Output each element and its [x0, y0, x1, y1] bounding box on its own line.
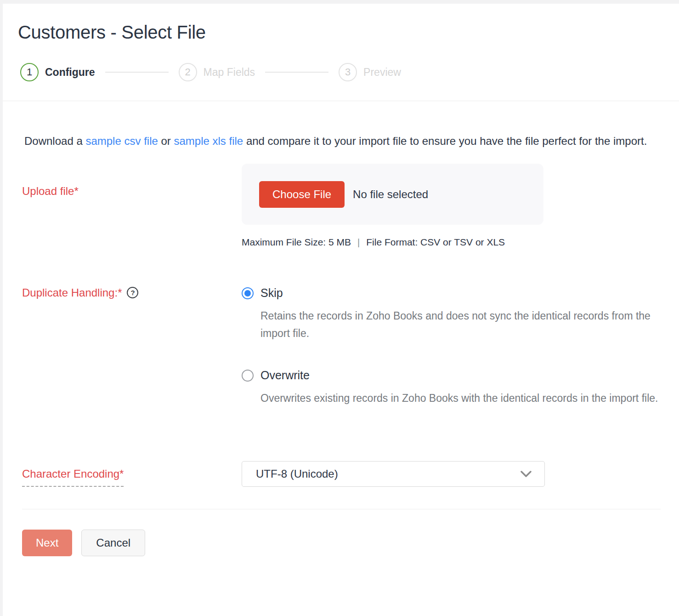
cancel-button[interactable]: Cancel — [81, 530, 145, 556]
next-button[interactable]: Next — [22, 530, 72, 556]
upload-file-label: Upload file* — [22, 164, 242, 248]
wizard-stepper: 1 Configure 2 Map Fields 3 Preview — [20, 63, 661, 101]
upload-file-control: Choose File No file selected Maximum Fil… — [242, 164, 679, 248]
help-icon[interactable]: ? — [127, 287, 138, 298]
step-configure: 1 Configure — [20, 63, 95, 81]
duplicate-handling-label-wrap: Duplicate Handling:* ? — [22, 286, 242, 407]
wizard-header: Customers - Select File 1 Configure 2 Ma… — [3, 4, 679, 101]
max-file-size-text: Maximum File Size: 5 MB — [242, 237, 351, 248]
step-preview: 3 Preview — [339, 63, 401, 81]
hint-text: and compare it to your import file to en… — [243, 135, 647, 147]
skip-radio-row[interactable]: Skip — [242, 286, 679, 300]
import-wizard-page: Customers - Select File 1 Configure 2 Ma… — [3, 4, 679, 616]
chevron-down-icon — [521, 471, 532, 478]
step-3-circle: 3 — [339, 63, 357, 81]
footer-actions: Next Cancel — [3, 509, 679, 556]
option-overwrite: Overwrite Overwrites existing records in… — [242, 369, 679, 407]
page-title: Customers - Select File — [18, 22, 661, 43]
skip-radio-label[interactable]: Skip — [260, 286, 283, 300]
no-file-selected-text: No file selected — [353, 188, 428, 201]
sample-xls-link[interactable]: sample xls file — [174, 135, 243, 147]
sample-csv-link[interactable]: sample csv file — [85, 135, 158, 147]
upload-file-row: Upload file* Choose File No file selecte… — [3, 164, 679, 248]
step-1-label: Configure — [45, 66, 95, 79]
encoding-selected-value: UTF-8 (Unicode) — [256, 468, 338, 480]
step-2-circle: 2 — [179, 63, 197, 81]
stepper-connector — [105, 72, 169, 73]
separator: | — [357, 237, 360, 248]
sample-file-hint: Download a sample csv file or sample xls… — [24, 131, 658, 151]
duplicate-handling-label: Duplicate Handling:* — [22, 286, 122, 299]
step-map-fields: 2 Map Fields — [179, 63, 255, 81]
file-dropzone: Choose File No file selected — [242, 164, 543, 225]
radio-dot — [244, 290, 251, 297]
character-encoding-label: Character Encoding* — [22, 461, 124, 487]
overwrite-radio-row[interactable]: Overwrite — [242, 369, 679, 382]
choose-file-button[interactable]: Choose File — [259, 181, 345, 208]
radio-unselected-icon[interactable] — [242, 370, 254, 382]
step-1-circle: 1 — [20, 63, 39, 81]
step-2-label: Map Fields — [204, 66, 255, 79]
duplicate-handling-row: Duplicate Handling:* ? Skip Retains the … — [3, 286, 679, 407]
skip-description: Retains the records in Zoho Books and do… — [260, 307, 660, 342]
character-encoding-row: Character Encoding* UTF-8 (Unicode) — [3, 461, 679, 487]
option-skip: Skip Retains the records in Zoho Books a… — [242, 286, 679, 342]
encoding-select[interactable]: UTF-8 (Unicode) — [242, 461, 545, 487]
overwrite-description: Overwrites existing records in Zoho Book… — [260, 389, 660, 407]
character-encoding-label-wrap: Character Encoding* — [22, 461, 242, 487]
overwrite-radio-label[interactable]: Overwrite — [260, 369, 310, 382]
hint-text: or — [158, 135, 174, 147]
character-encoding-control: UTF-8 (Unicode) — [242, 461, 679, 487]
upload-requirements: Maximum File Size: 5 MB | File Format: C… — [242, 237, 679, 248]
file-format-text: File Format: CSV or TSV or XLS — [366, 237, 505, 248]
radio-selected-icon[interactable] — [242, 287, 254, 299]
step-3-label: Preview — [363, 66, 401, 79]
duplicate-handling-options: Skip Retains the records in Zoho Books a… — [242, 286, 679, 407]
hint-text: Download a — [24, 135, 85, 147]
stepper-connector — [265, 72, 328, 73]
